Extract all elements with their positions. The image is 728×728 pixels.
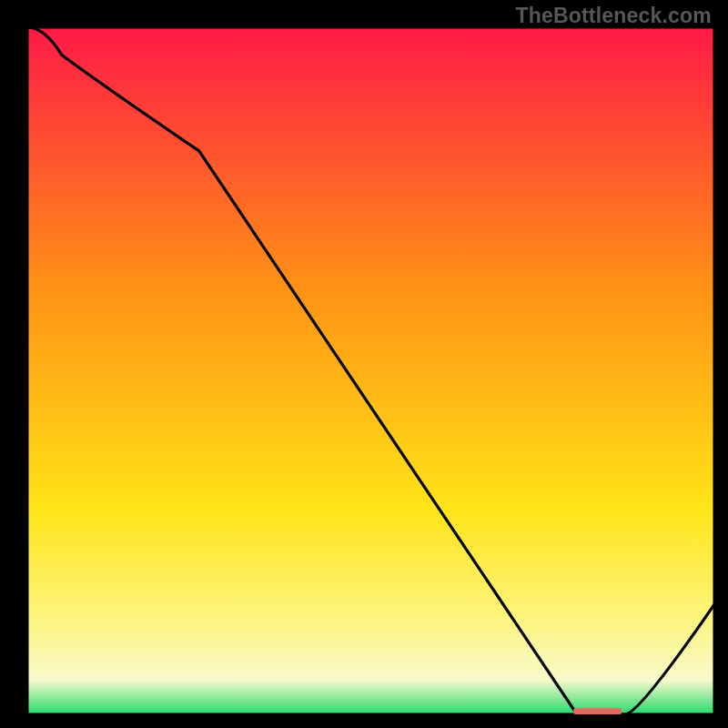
chart-container: TheBottleneck.com [0, 0, 728, 728]
gradient-background [27, 27, 714, 714]
chart-svg [0, 0, 728, 728]
minimum-marker [573, 708, 622, 714]
